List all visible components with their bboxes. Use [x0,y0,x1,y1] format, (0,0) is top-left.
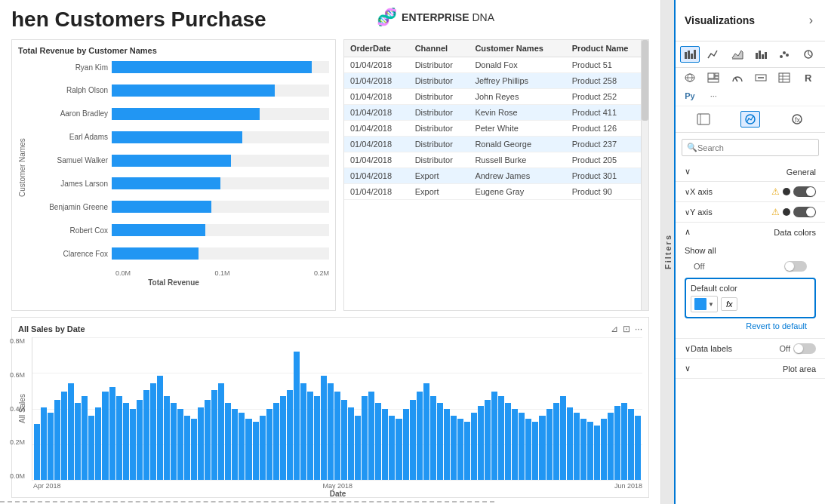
cell-product: Product 90 [566,184,648,200]
chevron-up-icon: ∧ [685,227,691,237]
svg-rect-0 [685,52,687,59]
viz-icon-map[interactable] [680,69,700,86]
datalabels-label: Data labels [691,344,732,353]
svg-rect-28 [697,114,710,124]
sales-bar [498,396,504,480]
show-all-label: Show all [685,246,816,255]
toggle-off[interactable] [784,261,807,272]
viz-icon-fields[interactable]: fx [787,111,807,128]
accordion-yaxis[interactable]: ∨ Y axis ⚠ [676,202,825,223]
viz-icon-table[interactable] [774,69,794,86]
viz-icon-gauge[interactable] [728,69,747,86]
accordion-xaxis-header[interactable]: ∨ X axis ⚠ [676,182,825,201]
sales-bar [48,413,54,480]
toggle-xaxis[interactable] [783,186,816,197]
svg-rect-5 [759,51,761,59]
cell-customer: Russell Burke [469,152,565,168]
viz-icon-r[interactable]: R [799,69,818,86]
cell-date: 01/04/2018 [344,184,409,200]
viz-icon-card[interactable] [751,69,771,86]
table-row: 01/04/2018 Distributor Ronald George Pro… [344,137,648,152]
sales-bar [328,383,334,480]
cell-customer: Kevin Rose [469,105,565,121]
cell-channel: Distributor [409,57,469,73]
accordion-datalabels[interactable]: ∨ Data labels Off [676,339,825,359]
x-tick: 0.0M [115,269,131,277]
bar-fill [112,247,199,260]
sales-bar [225,403,231,480]
viz-icon-column[interactable] [751,46,771,63]
accordion-xaxis[interactable]: ∨ X axis ⚠ [676,182,825,202]
x-axis-title: Total Revenue [18,278,329,287]
filter-icon[interactable]: ⊿ [611,324,618,334]
nav-arrow-right[interactable]: › [806,8,816,33]
cell-product: Product 258 [566,73,648,89]
viz-icon-line[interactable] [703,46,723,63]
sales-bar [191,419,197,480]
sales-bar [491,392,497,480]
viz-icon-py[interactable]: Py [680,88,700,104]
sales-bar [519,413,525,480]
color-swatch [694,298,706,310]
sales-bar [587,422,593,480]
viz-icon-treemap[interactable] [703,69,723,86]
sales-bar [177,409,183,480]
sales-bar [198,407,204,480]
toggle-datalabels[interactable] [793,343,816,354]
bar-fill [112,61,312,73]
sales-chart-area: All Sales 0.8M 0.6M 0.4M 0.2M 0.0M [18,337,642,481]
sales-bar [54,400,60,480]
viz-icon-format[interactable] [694,111,713,128]
bar-wrapper [112,201,329,213]
sales-bar [628,409,634,480]
accordion-datacolors-header[interactable]: ∧ Data colors [676,223,825,241]
col-header-customernames: Customer Names [469,40,565,57]
x-axis-labels: Apr 2018 May 2018 Jun 2018 [18,482,642,490]
col-header-orderdate: OrderDate [344,40,409,57]
viz-icon-scatter[interactable] [774,46,794,63]
search-box[interactable]: 🔍 [682,139,819,156]
search-input[interactable] [697,143,814,152]
sales-bar [444,409,450,480]
viz-icon-pie[interactable] [799,46,818,63]
expand-icon[interactable]: ⊡ [623,324,630,334]
accordion-plotarea[interactable]: ∨ Plot area [676,359,825,379]
chevron-down-icon: ∨ [685,167,691,177]
default-color-label: Default color [691,284,810,293]
accordion-general-header[interactable]: ∨ General [676,162,825,181]
accordion-plotarea-header[interactable]: ∨ Plot area [676,359,825,378]
accordion-yaxis-header[interactable]: ∨ Y axis ⚠ [676,202,825,222]
data-colors-content: Show all Off Default color ▼ fx Revert t… [676,241,825,338]
scrollbar-indicator[interactable] [641,40,648,310]
accordion-general[interactable]: ∨ General [676,162,825,182]
more-icon[interactable]: ··· [635,324,642,334]
viz-icon-more-viz[interactable]: ··· [703,88,723,104]
bar-chart-container: Total Revenue by Customer Names Customer… [11,39,336,311]
sales-bar [137,400,143,480]
toggle-yaxis[interactable] [783,207,816,217]
filters-tab[interactable]: Filters [660,0,674,504]
table-row: 01/04/2018 Distributor Peter White Produ… [344,121,648,137]
svg-rect-4 [756,53,758,59]
filters-tab-label: Filters [663,228,673,275]
viz-icon-bar[interactable] [680,46,700,63]
sales-bar [608,413,614,480]
scrollbar-thumb[interactable] [642,40,648,121]
bar-fill [112,201,211,213]
bottom-chart-title: All Sales by Date [18,324,85,333]
viz-icon-analytics[interactable] [740,111,760,128]
cell-date: 01/04/2018 [344,89,409,105]
accordion-datalabels-header[interactable]: ∨ Data labels Off [676,339,825,358]
svg-point-8 [780,55,783,58]
accordion-datacolors[interactable]: ∧ Data colors Show all Off Default color… [676,223,825,339]
revert-link[interactable]: Revert to default [685,318,816,333]
table-row: 01/04/2018 Distributor Russell Burke Pro… [344,152,648,168]
svg-rect-24 [779,73,790,82]
viz-title: Visualizations [685,14,755,26]
color-swatch-btn[interactable]: ▼ [691,296,718,312]
viz-icon-area[interactable] [728,46,747,63]
fx-button[interactable]: fx [721,297,738,311]
sales-bar [382,409,388,480]
sales-bar [403,409,409,480]
sales-bar [171,403,177,480]
